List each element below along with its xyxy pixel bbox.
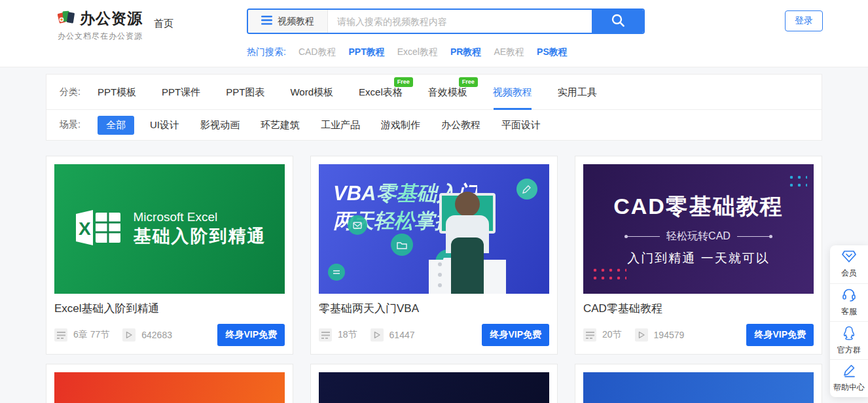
hot-search-item[interactable]: Excel教程 [397, 46, 438, 58]
view-count: 642683 [141, 330, 172, 340]
category-tab-video-tutorial[interactable]: 视频教程 [493, 75, 532, 110]
course-card[interactable] [46, 364, 293, 403]
chapter-list-icon [319, 328, 332, 342]
hot-search-row: 热门搜索: CAD教程 PPT教程 Excel教程 PR教程 AE教程 PS教程 [247, 46, 568, 58]
play-count-icon [371, 328, 384, 342]
course-title[interactable]: CAD零基础教程 [583, 301, 814, 316]
course-thumbnail[interactable] [54, 372, 285, 403]
category-tab-word-template[interactable]: Word模板 [290, 75, 333, 110]
view-count: 61447 [389, 330, 415, 340]
svg-text:X: X [79, 219, 91, 239]
chapter-list-icon [583, 328, 596, 342]
course-card[interactable]: VBA零基础入门 两天轻松掌握 X X [310, 156, 558, 355]
vip-free-button[interactable]: 终身VIP免费 [217, 324, 285, 346]
hot-search-item[interactable]: CAD教程 [298, 46, 336, 58]
vip-free-button[interactable]: 终身VIP免费 [482, 324, 549, 346]
course-meta: 6章 77节 642683 终身VIP免费 [54, 324, 285, 346]
category-tab-ppt-template[interactable]: PPT模板 [98, 75, 136, 110]
course-card[interactable]: CAD零基础教程 轻松玩转CAD 入门到精通 一天就可以 CAD零基础教程 20… [575, 156, 822, 355]
category-tab-ppt-courseware[interactable]: PPT课件 [162, 75, 200, 110]
play-count-icon [635, 328, 648, 342]
floating-sidebar: 会员 客服 官方群 [830, 245, 868, 397]
search-icon [610, 12, 626, 30]
play-count-icon [122, 328, 136, 342]
course-grid: X Microsoft Excel 基础入阶到精通 Excel基础入阶到精通 [46, 156, 822, 355]
sidebar-item-help-center[interactable]: 帮助中心 [830, 359, 868, 397]
lesson-count: 20节 [602, 329, 622, 341]
category-tab-excel-sheet[interactable]: Excel表格 Free [359, 75, 403, 110]
course-card[interactable] [575, 364, 822, 403]
category-label: 分类: [60, 86, 81, 98]
pencil-icon [842, 364, 856, 380]
free-badge: Free [394, 77, 413, 87]
category-tab-ppt-chart[interactable]: PPT图表 [226, 75, 264, 110]
search-category-label: 视频教程 [278, 16, 314, 27]
excel-logo-icon: X [73, 207, 124, 251]
vip-icon [842, 250, 856, 266]
dot-pattern [787, 173, 807, 190]
scene-tab-game-making[interactable]: 游戏制作 [381, 119, 420, 131]
login-button[interactable]: 登录 [785, 10, 823, 31]
course-meta: 18节 61447 终身VIP免费 [319, 324, 549, 346]
sidebar-item-vip[interactable]: 会员 [830, 245, 868, 283]
person-illustration [455, 192, 480, 217]
dot-pattern [591, 266, 626, 283]
site-logo[interactable]: 办公资源 办公文档尽在办公资源 [58, 9, 143, 42]
course-thumbnail[interactable]: CAD零基础教程 轻松玩转CAD 入门到精通 一天就可以 [583, 164, 814, 294]
hot-search-item[interactable]: PPT教程 [348, 46, 384, 58]
scene-tab-graphic-design[interactable]: 平面设计 [501, 119, 541, 131]
view-count: 194579 [654, 330, 685, 340]
course-thumbnail[interactable]: X Microsoft Excel 基础入阶到精通 [54, 164, 285, 294]
thumbnail-text: 轻松玩转CAD [626, 230, 771, 243]
free-badge: Free [459, 77, 478, 87]
search-input[interactable] [328, 10, 592, 33]
qq-icon [842, 326, 856, 343]
course-grid-row2 [46, 364, 822, 403]
logo-icon [58, 9, 76, 29]
course-thumbnail[interactable] [319, 372, 549, 403]
nav-home-link[interactable]: 首页 [154, 18, 173, 30]
course-thumbnail[interactable] [583, 372, 814, 403]
course-title[interactable]: 零基础两天入门VBA [319, 301, 549, 316]
filter-panel: 分类: PPT模板 PPT课件 PPT图表 Word模板 Excel表格 Fre… [46, 74, 822, 141]
thumbnail-text: CAD零基础教程 [613, 192, 784, 222]
site-tagline: 办公文档尽在办公资源 [58, 31, 143, 42]
sidebar-item-official-group[interactable]: 官方群 [830, 321, 868, 359]
course-meta: 20节 194579 终身VIP免费 [583, 324, 814, 346]
scene-tab-all[interactable]: 全部 [98, 116, 134, 135]
scene-tab-ui-design[interactable]: UI设计 [150, 119, 179, 131]
headset-icon [842, 288, 856, 304]
search-category-dropdown[interactable]: 视频教程 [248, 10, 328, 33]
hot-search-item[interactable]: AE教程 [494, 46, 524, 58]
arrows-bubble-icon [328, 264, 345, 281]
chair-illustration [451, 237, 484, 294]
category-filter-row: 分类: PPT模板 PPT课件 PPT图表 Word模板 Excel表格 Fre… [46, 75, 822, 110]
hot-search-label: 热门搜索: [247, 46, 286, 58]
course-card[interactable] [310, 364, 558, 403]
vip-free-button[interactable]: 终身VIP免费 [746, 324, 814, 346]
sidebar-item-support[interactable]: 客服 [830, 283, 868, 321]
course-card[interactable]: X Microsoft Excel 基础入阶到精通 Excel基础入阶到精通 [46, 156, 293, 355]
search-bar: 视频教程 [247, 9, 645, 34]
category-tab-sound-template[interactable]: 音效模板 Free [428, 75, 467, 110]
scene-tab-architecture[interactable]: 环艺建筑 [261, 119, 300, 131]
scene-tab-industrial-product[interactable]: 工业产品 [321, 119, 360, 131]
thumbnail-text: 基础入阶到精通 [134, 224, 266, 248]
thumbnail-text: 入门到精通 一天就可以 [627, 250, 769, 267]
search-button[interactable] [592, 10, 643, 33]
site-title: 办公资源 [80, 9, 143, 29]
hot-search-item[interactable]: PR教程 [450, 46, 481, 58]
scene-label: 场景: [60, 119, 81, 131]
thumbnail-text: Microsoft Excel [134, 210, 266, 224]
folder-bubble-icon [391, 234, 413, 256]
lesson-count: 6章 77节 [73, 329, 109, 341]
scene-filter-row: 场景: 全部 UI设计 影视动画 环艺建筑 工业产品 游戏制作 办公教程 平面设… [46, 110, 822, 140]
category-tab-utility-tools[interactable]: 实用工具 [558, 75, 597, 110]
hot-search-item[interactable]: PS教程 [537, 46, 568, 58]
course-title[interactable]: Excel基础入阶到精通 [54, 301, 285, 316]
mail-bubble-icon [348, 215, 367, 235]
scene-tab-office-tutorial[interactable]: 办公教程 [441, 119, 480, 131]
hamburger-icon [261, 16, 272, 27]
course-thumbnail[interactable]: VBA零基础入门 两天轻松掌握 X X [319, 164, 549, 294]
scene-tab-film-animation[interactable]: 影视动画 [200, 119, 240, 131]
